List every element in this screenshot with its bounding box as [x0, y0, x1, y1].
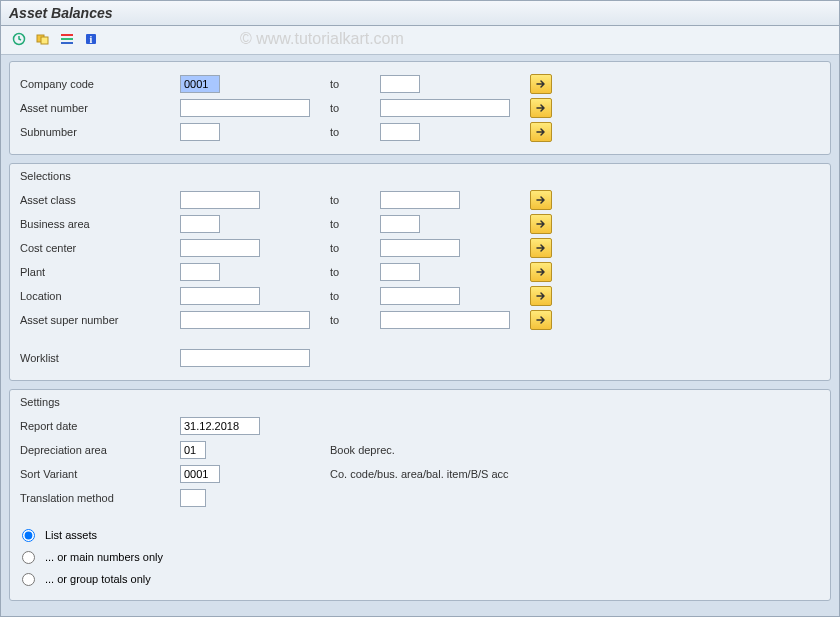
to-label: to: [320, 266, 380, 278]
multiple-selection-button[interactable]: [530, 286, 552, 306]
top-row-0: Company code to: [20, 72, 820, 96]
arrow-right-icon: [535, 194, 547, 206]
radio-row-1[interactable]: ... or main numbers only: [20, 546, 820, 568]
list-mode-radio[interactable]: [22, 551, 35, 564]
overlap-icon: [36, 32, 50, 49]
sel-to-input[interactable]: [380, 191, 460, 209]
multiple-selection-button[interactable]: [530, 122, 552, 142]
list-mode-radio[interactable]: [22, 573, 35, 586]
worklist-input[interactable]: [180, 349, 310, 367]
svg-rect-5: [61, 42, 73, 44]
multiple-selection-button[interactable]: [530, 310, 552, 330]
arrow-right-icon: [535, 314, 547, 326]
sel-to-input[interactable]: [380, 263, 420, 281]
radio-label: ... or group totals only: [45, 573, 151, 585]
list-mode-radio[interactable]: [22, 529, 35, 542]
top-to-input[interactable]: [380, 99, 510, 117]
to-label: to: [320, 78, 380, 90]
sel-to-input[interactable]: [380, 215, 420, 233]
sel-from-input[interactable]: [180, 263, 220, 281]
svg-rect-2: [41, 37, 48, 44]
field-label: Plant: [20, 266, 180, 278]
field-label: Business area: [20, 218, 180, 230]
to-label: to: [320, 194, 380, 206]
multiple-selection-button[interactable]: [530, 98, 552, 118]
field-label: Asset super number: [20, 314, 180, 326]
worklist-row: Worklist: [20, 346, 820, 370]
to-label: to: [320, 242, 380, 254]
arrow-right-icon: [535, 126, 547, 138]
sel-from-input[interactable]: [180, 239, 260, 257]
top-from-input[interactable]: [180, 99, 310, 117]
variant-button[interactable]: [33, 30, 53, 50]
radio-row-0[interactable]: List assets: [20, 524, 820, 546]
sel-to-input[interactable]: [380, 311, 510, 329]
sel-from-input[interactable]: [180, 215, 220, 233]
info-button[interactable]: i: [81, 30, 101, 50]
sel-row-0: Asset class to: [20, 188, 820, 212]
field-label: Location: [20, 290, 180, 302]
settings-group: Settings Report date Depreciation area B…: [9, 389, 831, 601]
top-from-input[interactable]: [180, 75, 220, 93]
sel-from-input[interactable]: [180, 191, 260, 209]
page-title: Asset Balances: [1, 1, 839, 26]
sel-to-input[interactable]: [380, 239, 460, 257]
settings-input[interactable]: [180, 465, 220, 483]
settings-row-3: Translation method: [20, 486, 820, 510]
field-label: Subnumber: [20, 126, 180, 138]
execute-button[interactable]: [9, 30, 29, 50]
radio-label: ... or main numbers only: [45, 551, 163, 563]
field-description: Co. code/bus. area/bal. item/B/S acc: [320, 468, 509, 480]
field-label: Report date: [20, 420, 180, 432]
settings-input[interactable]: [180, 489, 206, 507]
multiple-selection-button[interactable]: [530, 74, 552, 94]
to-label: to: [320, 290, 380, 302]
settings-row-2: Sort Variant Co. code/bus. area/bal. ite…: [20, 462, 820, 486]
settings-title: Settings: [20, 396, 820, 408]
to-label: to: [320, 218, 380, 230]
layout-button[interactable]: [57, 30, 77, 50]
top-to-input[interactable]: [380, 123, 420, 141]
svg-text:i: i: [90, 34, 93, 45]
multiple-selection-button[interactable]: [530, 238, 552, 258]
top-to-input[interactable]: [380, 75, 420, 93]
sel-row-4: Location to: [20, 284, 820, 308]
sel-row-2: Cost center to: [20, 236, 820, 260]
multiple-selection-button[interactable]: [530, 190, 552, 210]
top-selection-group: Company code to Asset number to Subnumbe…: [9, 61, 831, 155]
svg-rect-3: [61, 34, 73, 36]
field-description: Book deprec.: [320, 444, 395, 456]
arrow-right-icon: [535, 218, 547, 230]
to-label: to: [320, 102, 380, 114]
info-icon: i: [84, 32, 98, 49]
sel-to-input[interactable]: [380, 287, 460, 305]
to-label: to: [320, 126, 380, 138]
app-window: © www.tutorialkart.com Asset Balances i: [0, 0, 840, 617]
clock-icon: [12, 32, 26, 49]
arrow-right-icon: [535, 78, 547, 90]
toolbar: i: [1, 26, 839, 55]
arrow-right-icon: [535, 102, 547, 114]
field-label: Sort Variant: [20, 468, 180, 480]
multiple-selection-button[interactable]: [530, 262, 552, 282]
sel-from-input[interactable]: [180, 311, 310, 329]
settings-input[interactable]: [180, 441, 206, 459]
field-label: Cost center: [20, 242, 180, 254]
selections-title: Selections: [20, 170, 820, 182]
worklist-label: Worklist: [20, 352, 180, 364]
settings-input[interactable]: [180, 417, 260, 435]
multiple-selection-button[interactable]: [530, 214, 552, 234]
arrow-right-icon: [535, 242, 547, 254]
sel-row-3: Plant to: [20, 260, 820, 284]
sel-row-5: Asset super number to: [20, 308, 820, 332]
top-from-input[interactable]: [180, 123, 220, 141]
top-row-1: Asset number to: [20, 96, 820, 120]
radio-label: List assets: [45, 529, 97, 541]
to-label: to: [320, 314, 380, 326]
sel-from-input[interactable]: [180, 287, 260, 305]
top-row-2: Subnumber to: [20, 120, 820, 144]
sel-row-1: Business area to: [20, 212, 820, 236]
field-label: Company code: [20, 78, 180, 90]
svg-rect-4: [61, 38, 73, 40]
radio-row-2[interactable]: ... or group totals only: [20, 568, 820, 590]
